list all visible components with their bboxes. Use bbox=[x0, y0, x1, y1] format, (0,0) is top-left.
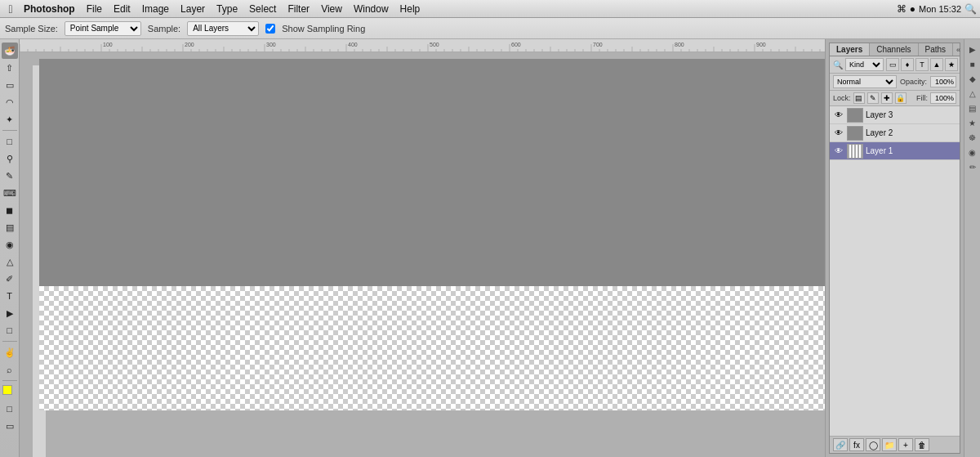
tool-text[interactable]: T bbox=[2, 288, 18, 304]
layer-row-2[interactable]: 👁 Layer 2 bbox=[830, 124, 960, 142]
tool-eraser[interactable]: ◼ bbox=[2, 202, 18, 218]
filter-text-btn[interactable]: T bbox=[915, 58, 929, 71]
layers-list: 👁 Layer 3 👁 Layer 2 👁 Layer 1 bbox=[830, 106, 960, 436]
menu-edit[interactable]: Edit bbox=[108, 2, 136, 16]
filter-adj-btn[interactable]: ♦ bbox=[901, 58, 914, 71]
filter-shape-btn[interactable]: ▲ bbox=[930, 58, 943, 71]
menu-file[interactable]: File bbox=[81, 2, 108, 16]
tab-paths[interactable]: Paths bbox=[919, 43, 954, 56]
layer-delete-btn[interactable]: 🗑 bbox=[915, 438, 929, 451]
panel-toggle-9[interactable]: ✏ bbox=[966, 160, 979, 173]
layer-2-name: Layer 2 bbox=[866, 128, 956, 137]
tool-path-select[interactable]: ▶ bbox=[2, 305, 18, 321]
search-icon[interactable]: 🔍 bbox=[964, 3, 977, 15]
far-right-panel: ▶ ■ ◆ △ ▤ ★ ☸ ◉ ✏ bbox=[964, 39, 980, 457]
menu-image[interactable]: Image bbox=[136, 2, 175, 16]
show-ring-checkbox[interactable] bbox=[265, 24, 275, 34]
tool-magic-wand[interactable]: ✦ bbox=[2, 111, 18, 128]
menu-window[interactable]: Window bbox=[348, 2, 394, 16]
menu-view[interactable]: View bbox=[315, 2, 348, 16]
layers-filter-bar: 🔍 Kind Name Effect ▭ ♦ T ▲ ★ bbox=[830, 56, 960, 74]
canvas-layer-gray bbox=[39, 59, 825, 286]
layer-link-btn[interactable]: 🔗 bbox=[833, 438, 848, 451]
options-bar: Sample Size: Point Sample 3 by 3 Average… bbox=[0, 18, 980, 39]
ruler-top: /* rendered below */ 1002003004005006007… bbox=[20, 39, 825, 52]
svg-text:800: 800 bbox=[675, 42, 684, 47]
layer-fx-btn[interactable]: fx bbox=[849, 438, 864, 451]
menu-select[interactable]: Select bbox=[243, 2, 282, 16]
lock-image-btn[interactable]: ✎ bbox=[867, 92, 879, 104]
layer-3-visibility[interactable]: 👁 bbox=[833, 110, 844, 121]
layers-mode-bar: Normal Multiply Screen Overlay Opacity: bbox=[830, 74, 960, 91]
ruler-h-svg: /* rendered below */ 1002003004005006007… bbox=[20, 39, 825, 52]
filter-select[interactable]: Kind Name Effect bbox=[845, 58, 884, 71]
menu-layer[interactable]: Layer bbox=[175, 2, 211, 16]
layer-group-btn[interactable]: 📁 bbox=[882, 438, 897, 451]
canvas-wrapper bbox=[33, 52, 825, 457]
tool-brush[interactable]: ✎ bbox=[2, 168, 18, 184]
tool-dodge[interactable]: △ bbox=[2, 253, 18, 270]
tool-pen[interactable]: ✐ bbox=[2, 271, 18, 287]
tool-eyedropper[interactable]: 🍜 bbox=[2, 43, 18, 59]
tab-layers[interactable]: Layers bbox=[830, 43, 870, 56]
clock: Mon 15:32 bbox=[919, 4, 961, 14]
sample-size-select[interactable]: Point Sample 3 by 3 Average 5 by 5 Avera… bbox=[65, 21, 141, 36]
menu-type[interactable]: Type bbox=[211, 2, 243, 16]
panel-collapse-btn[interactable]: « bbox=[953, 44, 964, 56]
svg-text:400: 400 bbox=[348, 42, 358, 47]
tool-select[interactable]: ⇧ bbox=[2, 60, 18, 76]
menu-bar:  Photoshop File Edit Image Layer Type S… bbox=[0, 0, 980, 18]
tool-blur[interactable]: ◉ bbox=[2, 236, 18, 253]
apple-logo[interactable]:  bbox=[3, 0, 18, 18]
filter-pixel-btn[interactable]: ▭ bbox=[886, 58, 899, 71]
layers-lock-bar: Lock: ▤ ✎ ✚ 🔒 Fill: bbox=[830, 91, 960, 106]
opacity-input[interactable] bbox=[930, 76, 956, 87]
tool-hand[interactable]: ✌ bbox=[2, 344, 18, 361]
layer-1-name: Layer 1 bbox=[866, 146, 956, 155]
main-layout: 🍜 ⇧ ▭ ◠ ✦ □ ⚲ ✎ ⌨ ◼ ▤ ◉ △ ✐ T ▶ □ ✌ ⌕ □ … bbox=[0, 39, 980, 457]
layer-new-btn[interactable]: + bbox=[898, 438, 913, 451]
panel-toggle-4[interactable]: △ bbox=[966, 87, 979, 100]
layer-2-visibility[interactable]: 👁 bbox=[833, 128, 844, 139]
system-tray: ⌘ ● Mon 15:32 🔍 bbox=[897, 3, 977, 15]
tool-patch[interactable]: ⚲ bbox=[2, 150, 18, 167]
battery-icon: ● bbox=[910, 3, 915, 15]
tool-gradient[interactable]: ▤ bbox=[2, 219, 18, 235]
panel-toggle-2[interactable]: ■ bbox=[966, 57, 979, 70]
tool-marquee[interactable]: ▭ bbox=[2, 77, 18, 93]
panel-toggle-7[interactable]: ☸ bbox=[966, 131, 979, 144]
layer-mask-btn[interactable]: ◯ bbox=[866, 438, 880, 451]
lock-transparent-btn[interactable]: ▤ bbox=[853, 92, 865, 104]
lock-position-btn[interactable]: ✚ bbox=[881, 92, 893, 104]
layer-1-visibility[interactable]: 👁 bbox=[833, 146, 844, 157]
tool-clone[interactable]: ⌨ bbox=[2, 185, 18, 201]
tab-channels[interactable]: Channels bbox=[870, 43, 918, 56]
toolbar-separator-2 bbox=[2, 341, 17, 342]
sample-size-label: Sample Size: bbox=[5, 24, 58, 34]
tool-mode[interactable]: □ bbox=[2, 401, 18, 417]
menu-filter[interactable]: Filter bbox=[282, 2, 315, 16]
menu-help[interactable]: Help bbox=[394, 2, 426, 16]
tool-zoom[interactable]: ⌕ bbox=[2, 361, 18, 378]
tool-lasso[interactable]: ◠ bbox=[2, 94, 18, 110]
lock-all-btn[interactable]: 🔒 bbox=[895, 92, 906, 104]
panel-toggle-5[interactable]: ▤ bbox=[966, 101, 979, 114]
tool-fullscreen[interactable]: ▭ bbox=[2, 418, 18, 434]
left-toolbar: 🍜 ⇧ ▭ ◠ ✦ □ ⚲ ✎ ⌨ ◼ ▤ ◉ △ ✐ T ▶ □ ✌ ⌕ □ … bbox=[0, 39, 20, 457]
panel-toggle-1[interactable]: ▶ bbox=[966, 43, 979, 56]
blend-mode-select[interactable]: Normal Multiply Screen Overlay bbox=[833, 75, 897, 88]
document-canvas[interactable] bbox=[39, 59, 825, 410]
layer-row-3[interactable]: 👁 Layer 3 bbox=[830, 106, 960, 124]
tool-shape[interactable]: □ bbox=[2, 322, 18, 338]
layer-row-1[interactable]: 👁 Layer 1 bbox=[830, 142, 960, 160]
menu-photoshop[interactable]: Photoshop bbox=[18, 2, 81, 16]
layer-2-thumb bbox=[847, 126, 863, 141]
fill-input[interactable] bbox=[930, 92, 956, 104]
panel-toggle-3[interactable]: ◆ bbox=[966, 72, 979, 85]
sample-select[interactable]: All Layers Current Layer bbox=[187, 21, 259, 36]
filter-smart-btn[interactable]: ★ bbox=[945, 58, 958, 71]
tool-crop[interactable]: □ bbox=[2, 133, 18, 150]
panel-toggle-6[interactable]: ★ bbox=[966, 116, 979, 129]
color-swatch[interactable] bbox=[2, 385, 17, 400]
panel-toggle-8[interactable]: ◉ bbox=[966, 146, 979, 159]
